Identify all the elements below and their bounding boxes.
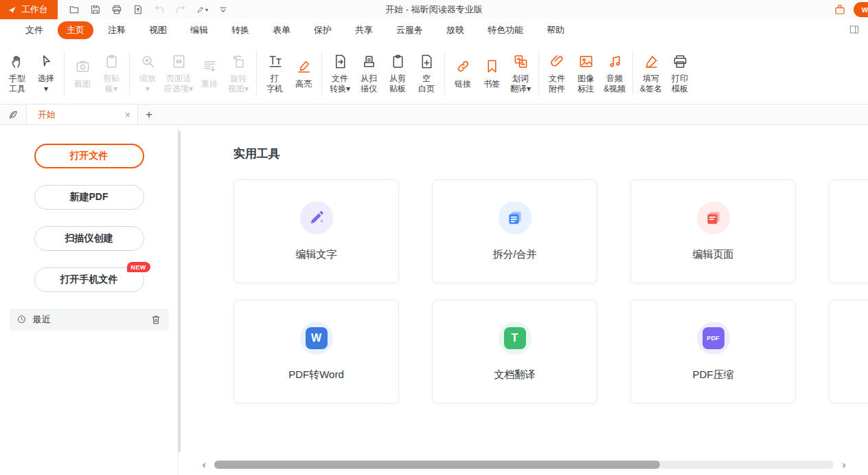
edit-pages-icon [697,201,730,234]
ribbon-print-template[interactable]: 打印 模板 [665,48,694,97]
menu-cloud[interactable]: 云服务 [387,21,432,39]
scrollbar-thumb[interactable] [214,461,660,469]
cursor-icon [38,51,54,71]
pen-tool-icon[interactable]: ▾ [196,4,208,16]
camera-icon [75,56,91,77]
word-icon: W [300,322,333,355]
card-pdf-to-word[interactable]: W PDF转Word [233,300,399,404]
new-tab-button[interactable]: + [138,104,160,124]
tab-label: 开始 [38,109,119,121]
card-edit-text[interactable]: 编辑文字 [233,179,399,283]
open-folder-icon[interactable] [69,4,80,16]
workspace-label: 工作台 [21,3,48,16]
scroll-left-icon[interactable]: ‹ [199,460,209,470]
scanner-create-button[interactable]: 扫描仪创建 [34,226,144,251]
customize-toolbar-icon[interactable] [218,4,229,16]
ribbon-image-annotation[interactable]: 图像 标注 [571,48,600,97]
titlebar-right: w [834,2,868,17]
ribbon-separator [321,51,322,95]
menu-edit[interactable]: 编辑 [181,21,217,39]
scroll-right-icon[interactable]: › [839,460,849,470]
ribbon-file-attachment[interactable]: 文件 附件 [542,48,571,97]
menu-protect[interactable]: 保护 [305,21,341,39]
ribbon-from-clipboard[interactable]: 从剪 贴板 [383,48,412,97]
doc-convert-icon [332,51,348,71]
ribbon-select[interactable]: 选择 ▾ [32,48,60,97]
clock-icon [16,314,27,325]
menubar: 文件 主页 注释 视图 编辑 转换 表单 保护 共享 云服务 放映 特色功能 帮… [0,19,868,41]
image-icon [578,51,594,71]
ribbon-zoom: 缩放 ▾ [133,48,162,97]
card-partial[interactable] [829,179,868,283]
document-tabbar: 开始 × + [0,104,868,125]
horizontal-scrollbar: ‹ › [199,460,849,470]
tools-grid: 编辑文字 拆分/合并 编辑页面 [233,179,868,404]
clipboard-doc-icon [390,51,406,71]
close-tab-icon[interactable]: × [125,110,130,120]
menu-home[interactable]: 主页 [58,21,93,39]
stylus-icon[interactable] [0,104,26,124]
card-pdf-compress[interactable]: PDF PDF压缩 [630,300,796,404]
quick-access-toolbar: ▾ [69,4,229,16]
menu-comment[interactable]: 注释 [99,21,135,39]
undo-icon [154,4,165,16]
print-icon[interactable] [111,4,123,16]
menu-form[interactable]: 表单 [264,21,299,39]
menu-convert[interactable]: 转换 [222,21,258,39]
new-pdf-button[interactable]: 新建PDF [34,185,144,210]
ribbon-audio-video[interactable]: 音频 &视频 [600,48,629,97]
panel-icon[interactable] [849,24,861,36]
rotate-icon [231,51,247,71]
trash-icon[interactable] [150,314,162,326]
window-title: 开始 - 福昕阅读器专业版 [385,3,483,16]
clipboard-icon [104,51,119,71]
briefcase-icon[interactable] [834,3,847,16]
card-split-merge[interactable]: 拆分/合并 [432,179,597,283]
ribbon-fill-sign[interactable]: 填写 &签名 [637,48,665,97]
ribbon-link[interactable]: 链接 [448,54,477,92]
scanner-icon [361,51,377,71]
ribbon-separator [538,51,539,95]
card-doc-translate[interactable]: T 文档翻译 [432,300,597,404]
magnifier-icon [140,51,156,71]
card-partial[interactable] [829,300,868,404]
menu-share[interactable]: 共享 [346,21,382,39]
ribbon-highlight[interactable]: 高亮 [289,54,318,92]
open-mobile-file-button[interactable]: 打开手机文件 NEW [34,267,144,292]
card-edit-pages[interactable]: 编辑页面 [630,179,796,283]
menu-features[interactable]: 特色功能 [479,21,532,39]
ribbon-typewriter[interactable]: 打 字机 [260,48,289,97]
menu-view[interactable]: 视图 [140,21,176,39]
ribbon-blank-page[interactable]: 空 白页 [412,48,441,97]
tab-start[interactable]: 开始 × [26,104,138,124]
menu-file[interactable]: 文件 [16,21,52,39]
sign-pen-icon [643,51,659,71]
workspace-button[interactable]: 工作台 [0,0,58,19]
redo-icon [175,4,187,16]
media-icon [607,51,623,71]
ribbon-word-translate[interactable]: 划词 翻译▾ [506,48,535,97]
ribbon-file-convert[interactable]: 文件 转换▾ [326,48,354,97]
highlighter-icon [296,56,312,77]
blank-page-icon [419,51,435,71]
tools-row-1: 编辑文字 拆分/合并 编辑页面 [233,179,868,283]
ribbon-snapshot: 截图 [68,54,97,92]
bookmark-icon [484,56,500,77]
menu-help[interactable]: 帮助 [538,21,573,39]
ribbon-hand-tool[interactable]: 手型 工具 [3,48,32,97]
ribbon-bookmark[interactable]: 书签 [477,54,506,92]
translate-icon [513,51,529,71]
open-file-button[interactable]: 打开文件 [34,144,144,168]
save-icon[interactable] [90,4,102,16]
ribbon-clipboard: 剪贴 板▾ [97,48,126,97]
export-icon[interactable] [133,4,144,16]
user-badge[interactable]: w [854,2,868,17]
ribbon-separator [444,51,445,95]
recent-row[interactable]: 最近 [10,309,169,331]
menu-present[interactable]: 放映 [437,21,473,39]
ribbon-from-scanner[interactable]: 从扫 描仪 [354,48,383,97]
titlebar: 工作台 ▾ 开始 - 福昕阅读器专业版 w [0,0,868,19]
scrollbar-track[interactable] [214,461,834,469]
sidebar: 打开文件 新建PDF 扫描仪创建 打开手机文件 NEW 最近 [0,125,179,475]
pdf-compress-icon: PDF [697,322,730,355]
